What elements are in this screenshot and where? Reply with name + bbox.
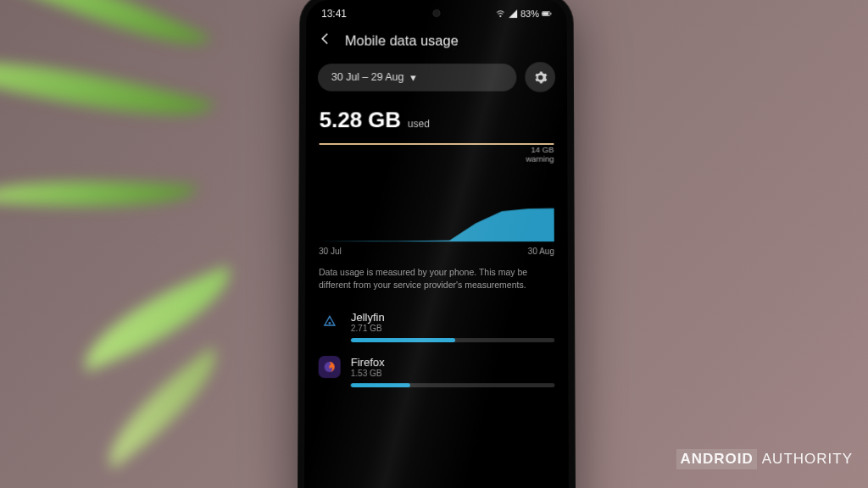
app-usage-amount: 2.71 GB xyxy=(351,324,385,333)
app-icon xyxy=(319,356,341,378)
app-usage-row[interactable]: Jellyfin 2.71 GB xyxy=(305,304,569,349)
chart-x-end: 30 Aug xyxy=(528,247,554,256)
page-title: Mobile data usage xyxy=(345,33,459,49)
status-time: 13:41 xyxy=(321,8,347,19)
app-usage-amount: 1.53 GB xyxy=(351,369,385,378)
usage-chart xyxy=(319,153,554,241)
wifi-icon xyxy=(495,8,505,19)
phone-frame: 13:41 83% Mobile data usage 30 Jul – 29 … xyxy=(297,0,576,488)
app-usage-bar xyxy=(351,384,555,388)
gear-icon xyxy=(533,70,548,85)
page-header: Mobile data usage xyxy=(306,23,567,62)
watermark: ANDROID AUTHORITY xyxy=(676,449,853,469)
svg-rect-1 xyxy=(542,12,548,14)
camera-punch-hole xyxy=(433,9,441,17)
chart-x-start: 30 Jul xyxy=(319,247,342,256)
back-button[interactable] xyxy=(318,31,333,51)
svg-rect-2 xyxy=(550,13,551,14)
app-usage-row[interactable]: Firefox 1.53 GB xyxy=(304,349,568,394)
chart-axis-labels: 30 Jul 30 Aug xyxy=(319,247,554,256)
usage-area-chart xyxy=(319,153,554,241)
signal-icon xyxy=(508,8,518,19)
warning-threshold-line xyxy=(320,143,554,145)
usage-disclaimer: Data usage is measured by your phone. Th… xyxy=(319,266,554,291)
dropdown-icon: ▾ xyxy=(410,71,416,84)
battery-percent: 83% xyxy=(520,8,539,19)
app-name: Firefox xyxy=(351,356,385,369)
settings-button[interactable] xyxy=(525,62,555,92)
app-name: Jellyfin xyxy=(351,311,385,324)
phone-screen: 13:41 83% Mobile data usage 30 Jul – 29 … xyxy=(304,0,570,488)
total-usage: 5.28 GB used xyxy=(306,92,568,140)
period-row: 30 Jul – 29 Aug ▾ xyxy=(306,62,567,92)
billing-period-label: 30 Jul – 29 Aug xyxy=(331,71,404,83)
app-usage-bar xyxy=(351,338,554,342)
total-amount: 5.28 GB xyxy=(320,107,401,133)
status-icons: 83% xyxy=(495,8,551,19)
total-used-label: used xyxy=(408,118,430,130)
app-icon xyxy=(319,311,341,333)
chevron-left-icon xyxy=(318,31,333,47)
battery-icon xyxy=(542,8,552,19)
billing-period-selector[interactable]: 30 Jul – 29 Aug ▾ xyxy=(318,64,517,92)
background-plant xyxy=(0,0,280,488)
svg-point-3 xyxy=(329,322,331,324)
